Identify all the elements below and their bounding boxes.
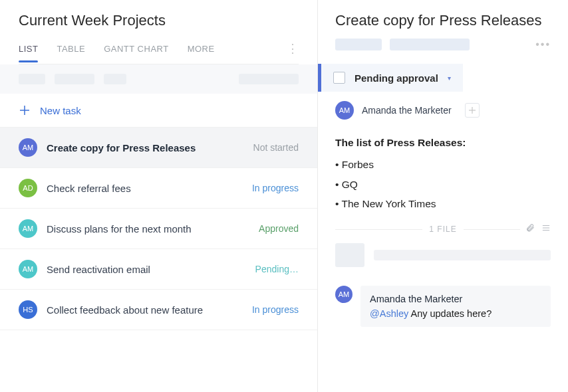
task-avatar: AM xyxy=(19,138,37,157)
task-avatar: AD xyxy=(19,179,37,197)
paperclip-icon[interactable] xyxy=(525,223,535,235)
tab-table[interactable]: TABLE xyxy=(57,44,85,62)
task-title: Create copy for Press Releases xyxy=(47,142,244,153)
comment-body: Amanda the Marketer @Ashley Any updates … xyxy=(360,286,551,328)
assignee-name: Amanda the Marketer xyxy=(362,105,452,116)
tab-list[interactable]: LIST xyxy=(19,44,38,62)
task-row[interactable]: AMSend reactivation emailPending… xyxy=(0,249,317,290)
plus-icon xyxy=(19,104,31,116)
new-task-button[interactable]: New task xyxy=(0,94,317,128)
task-row[interactable]: HSCollect feedback about new featureIn p… xyxy=(0,290,317,330)
task-description: The list of Press Releases: • Forbes• GQ… xyxy=(318,129,568,225)
description-item: • Forbes xyxy=(335,155,551,174)
task-avatar: HS xyxy=(19,300,37,319)
attachments-divider: 1 FILE xyxy=(318,225,568,234)
status-row: Pending approval ▾ xyxy=(318,64,568,92)
more-icon[interactable]: ••• xyxy=(535,39,551,50)
task-title: Send reactivation email xyxy=(47,264,246,275)
comment: AM Amanda the Marketer @Ashley Any updat… xyxy=(318,280,568,338)
placeholder xyxy=(390,39,470,50)
placeholder xyxy=(335,39,382,50)
view-tabs: LISTTABLEGANTT CHARTMORE⋮ xyxy=(19,41,299,64)
task-row[interactable]: AMDiscuss plans for the next monthApprov… xyxy=(0,209,317,249)
attachment-preview[interactable] xyxy=(318,234,568,280)
task-title: Collect feedback about new feature xyxy=(47,304,243,316)
new-task-label: New task xyxy=(40,105,81,116)
mention[interactable]: @Ashley xyxy=(370,308,408,319)
task-list: AMCreate copy for Press ReleasesNot star… xyxy=(0,128,317,330)
tab-gantt-chart[interactable]: GANTT CHART xyxy=(104,44,168,62)
complete-checkbox[interactable] xyxy=(333,72,345,84)
task-status: In progress xyxy=(252,183,299,193)
tab-more[interactable]: MORE xyxy=(188,44,215,62)
page-title: Current Week Projects xyxy=(19,12,299,29)
assignee-row: AM Amanda the Marketer xyxy=(318,92,568,129)
placeholder xyxy=(239,74,299,84)
task-avatar: AM xyxy=(19,260,37,278)
placeholder xyxy=(19,74,45,84)
task-status: In progress xyxy=(252,304,299,315)
task-title: Check referral fees xyxy=(47,183,243,194)
comment-author: Amanda the Marketer xyxy=(370,292,541,306)
task-title: Discuss plans for the next month xyxy=(47,223,249,235)
list-icon[interactable] xyxy=(541,223,551,235)
task-status: Not started xyxy=(253,142,299,153)
description-heading: The list of Press Releases: xyxy=(335,133,551,152)
add-assignee-button[interactable] xyxy=(465,103,480,118)
more-icon[interactable]: ⋮ xyxy=(287,41,299,64)
placeholder xyxy=(374,250,551,260)
placeholder xyxy=(55,74,94,84)
filter-bar xyxy=(0,64,317,94)
task-status: Approved xyxy=(259,223,299,234)
task-row[interactable]: ADCheck referral feesIn progress xyxy=(0,168,317,209)
placeholder xyxy=(104,74,126,84)
assignee-avatar[interactable]: AM xyxy=(335,101,354,120)
task-avatar: AM xyxy=(19,219,37,238)
description-item: • The New York Times xyxy=(335,194,551,213)
comment-avatar[interactable]: AM xyxy=(335,286,353,303)
task-status: Pending… xyxy=(255,264,299,274)
status-label: Pending approval xyxy=(355,72,438,84)
chevron-down-icon[interactable]: ▾ xyxy=(448,74,451,82)
task-detail-title: Create copy for Press Releases xyxy=(335,12,551,29)
description-item: • GQ xyxy=(335,175,551,194)
file-count-label: 1 FILE xyxy=(422,225,463,234)
comment-text: @Ashley Any updates here? xyxy=(370,307,541,320)
task-row[interactable]: AMCreate copy for Press ReleasesNot star… xyxy=(0,128,317,168)
attachment-thumbnail xyxy=(335,243,364,267)
